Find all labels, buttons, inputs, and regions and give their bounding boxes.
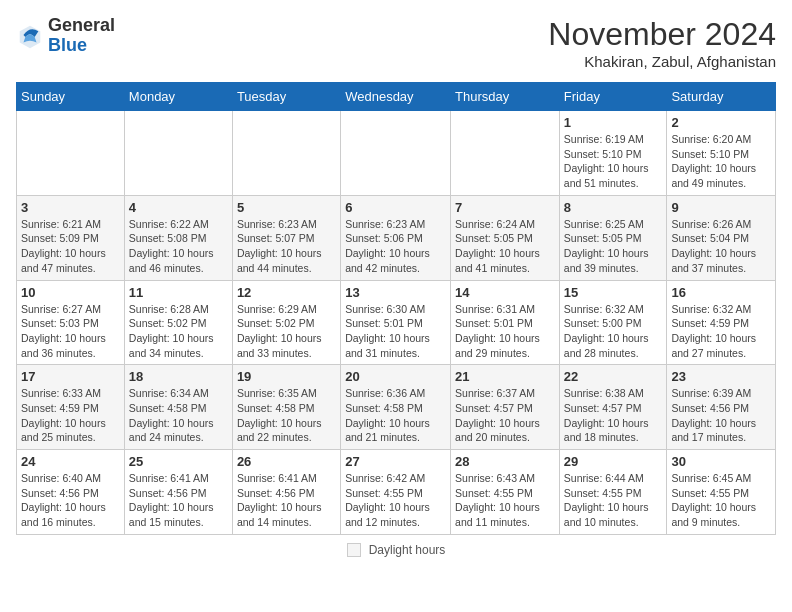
calendar-cell: 19Sunrise: 6:35 AM Sunset: 4:58 PM Dayli… — [232, 365, 340, 450]
day-info: Sunrise: 6:30 AM Sunset: 5:01 PM Dayligh… — [345, 302, 446, 361]
day-number: 14 — [455, 285, 555, 300]
day-number: 7 — [455, 200, 555, 215]
day-info: Sunrise: 6:20 AM Sunset: 5:10 PM Dayligh… — [671, 132, 771, 191]
calendar-cell: 5Sunrise: 6:23 AM Sunset: 5:07 PM Daylig… — [232, 195, 340, 280]
calendar-cell: 15Sunrise: 6:32 AM Sunset: 5:00 PM Dayli… — [559, 280, 667, 365]
col-header-thursday: Thursday — [451, 83, 560, 111]
calendar-cell: 4Sunrise: 6:22 AM Sunset: 5:08 PM Daylig… — [124, 195, 232, 280]
day-info: Sunrise: 6:39 AM Sunset: 4:56 PM Dayligh… — [671, 386, 771, 445]
day-number: 23 — [671, 369, 771, 384]
day-number: 4 — [129, 200, 228, 215]
day-number: 25 — [129, 454, 228, 469]
logo: General Blue — [16, 16, 115, 56]
day-number: 3 — [21, 200, 120, 215]
calendar-header: SundayMondayTuesdayWednesdayThursdayFrid… — [17, 83, 776, 111]
calendar-cell — [17, 111, 125, 196]
calendar-cell: 9Sunrise: 6:26 AM Sunset: 5:04 PM Daylig… — [667, 195, 776, 280]
calendar-cell: 21Sunrise: 6:37 AM Sunset: 4:57 PM Dayli… — [451, 365, 560, 450]
logo-blue: Blue — [48, 35, 87, 55]
col-header-tuesday: Tuesday — [232, 83, 340, 111]
calendar-cell: 14Sunrise: 6:31 AM Sunset: 5:01 PM Dayli… — [451, 280, 560, 365]
day-info: Sunrise: 6:29 AM Sunset: 5:02 PM Dayligh… — [237, 302, 336, 361]
calendar-week-2: 3Sunrise: 6:21 AM Sunset: 5:09 PM Daylig… — [17, 195, 776, 280]
day-number: 22 — [564, 369, 663, 384]
calendar-cell: 26Sunrise: 6:41 AM Sunset: 4:56 PM Dayli… — [232, 450, 340, 535]
calendar-cell: 20Sunrise: 6:36 AM Sunset: 4:58 PM Dayli… — [341, 365, 451, 450]
calendar-week-4: 17Sunrise: 6:33 AM Sunset: 4:59 PM Dayli… — [17, 365, 776, 450]
calendar-cell: 1Sunrise: 6:19 AM Sunset: 5:10 PM Daylig… — [559, 111, 667, 196]
calendar-cell: 30Sunrise: 6:45 AM Sunset: 4:55 PM Dayli… — [667, 450, 776, 535]
day-number: 11 — [129, 285, 228, 300]
day-number: 15 — [564, 285, 663, 300]
calendar-cell: 22Sunrise: 6:38 AM Sunset: 4:57 PM Dayli… — [559, 365, 667, 450]
day-info: Sunrise: 6:23 AM Sunset: 5:06 PM Dayligh… — [345, 217, 446, 276]
calendar-cell — [451, 111, 560, 196]
day-info: Sunrise: 6:41 AM Sunset: 4:56 PM Dayligh… — [237, 471, 336, 530]
calendar-table: SundayMondayTuesdayWednesdayThursdayFrid… — [16, 82, 776, 535]
day-number: 19 — [237, 369, 336, 384]
logo-general: General — [48, 15, 115, 35]
day-number: 13 — [345, 285, 446, 300]
day-info: Sunrise: 6:25 AM Sunset: 5:05 PM Dayligh… — [564, 217, 663, 276]
calendar-cell: 16Sunrise: 6:32 AM Sunset: 4:59 PM Dayli… — [667, 280, 776, 365]
day-info: Sunrise: 6:24 AM Sunset: 5:05 PM Dayligh… — [455, 217, 555, 276]
calendar-cell: 28Sunrise: 6:43 AM Sunset: 4:55 PM Dayli… — [451, 450, 560, 535]
day-info: Sunrise: 6:38 AM Sunset: 4:57 PM Dayligh… — [564, 386, 663, 445]
day-info: Sunrise: 6:44 AM Sunset: 4:55 PM Dayligh… — [564, 471, 663, 530]
day-info: Sunrise: 6:22 AM Sunset: 5:08 PM Dayligh… — [129, 217, 228, 276]
day-number: 30 — [671, 454, 771, 469]
col-header-sunday: Sunday — [17, 83, 125, 111]
calendar-cell: 8Sunrise: 6:25 AM Sunset: 5:05 PM Daylig… — [559, 195, 667, 280]
day-number: 12 — [237, 285, 336, 300]
day-info: Sunrise: 6:33 AM Sunset: 4:59 PM Dayligh… — [21, 386, 120, 445]
location: Khakiran, Zabul, Afghanistan — [548, 53, 776, 70]
day-info: Sunrise: 6:34 AM Sunset: 4:58 PM Dayligh… — [129, 386, 228, 445]
day-number: 1 — [564, 115, 663, 130]
day-info: Sunrise: 6:37 AM Sunset: 4:57 PM Dayligh… — [455, 386, 555, 445]
day-info: Sunrise: 6:45 AM Sunset: 4:55 PM Dayligh… — [671, 471, 771, 530]
logo-icon — [16, 22, 44, 50]
calendar-cell: 10Sunrise: 6:27 AM Sunset: 5:03 PM Dayli… — [17, 280, 125, 365]
daylight-box-icon — [347, 543, 361, 557]
day-number: 26 — [237, 454, 336, 469]
day-number: 16 — [671, 285, 771, 300]
day-number: 18 — [129, 369, 228, 384]
col-header-friday: Friday — [559, 83, 667, 111]
calendar-cell: 27Sunrise: 6:42 AM Sunset: 4:55 PM Dayli… — [341, 450, 451, 535]
calendar-cell — [341, 111, 451, 196]
day-number: 24 — [21, 454, 120, 469]
day-info: Sunrise: 6:36 AM Sunset: 4:58 PM Dayligh… — [345, 386, 446, 445]
calendar-cell: 12Sunrise: 6:29 AM Sunset: 5:02 PM Dayli… — [232, 280, 340, 365]
day-info: Sunrise: 6:28 AM Sunset: 5:02 PM Dayligh… — [129, 302, 228, 361]
day-info: Sunrise: 6:27 AM Sunset: 5:03 PM Dayligh… — [21, 302, 120, 361]
day-number: 27 — [345, 454, 446, 469]
day-info: Sunrise: 6:23 AM Sunset: 5:07 PM Dayligh… — [237, 217, 336, 276]
calendar-cell: 29Sunrise: 6:44 AM Sunset: 4:55 PM Dayli… — [559, 450, 667, 535]
day-info: Sunrise: 6:32 AM Sunset: 4:59 PM Dayligh… — [671, 302, 771, 361]
calendar-cell: 3Sunrise: 6:21 AM Sunset: 5:09 PM Daylig… — [17, 195, 125, 280]
calendar-cell: 7Sunrise: 6:24 AM Sunset: 5:05 PM Daylig… — [451, 195, 560, 280]
day-info: Sunrise: 6:40 AM Sunset: 4:56 PM Dayligh… — [21, 471, 120, 530]
calendar-cell — [232, 111, 340, 196]
day-number: 20 — [345, 369, 446, 384]
day-info: Sunrise: 6:42 AM Sunset: 4:55 PM Dayligh… — [345, 471, 446, 530]
calendar-cell: 17Sunrise: 6:33 AM Sunset: 4:59 PM Dayli… — [17, 365, 125, 450]
day-number: 8 — [564, 200, 663, 215]
day-info: Sunrise: 6:26 AM Sunset: 5:04 PM Dayligh… — [671, 217, 771, 276]
day-info: Sunrise: 6:43 AM Sunset: 4:55 PM Dayligh… — [455, 471, 555, 530]
calendar-cell: 13Sunrise: 6:30 AM Sunset: 5:01 PM Dayli… — [341, 280, 451, 365]
day-number: 2 — [671, 115, 771, 130]
calendar-cell: 24Sunrise: 6:40 AM Sunset: 4:56 PM Dayli… — [17, 450, 125, 535]
calendar-cell: 18Sunrise: 6:34 AM Sunset: 4:58 PM Dayli… — [124, 365, 232, 450]
calendar-week-3: 10Sunrise: 6:27 AM Sunset: 5:03 PM Dayli… — [17, 280, 776, 365]
col-header-saturday: Saturday — [667, 83, 776, 111]
calendar-cell — [124, 111, 232, 196]
day-info: Sunrise: 6:19 AM Sunset: 5:10 PM Dayligh… — [564, 132, 663, 191]
day-info: Sunrise: 6:31 AM Sunset: 5:01 PM Dayligh… — [455, 302, 555, 361]
day-number: 28 — [455, 454, 555, 469]
header: General Blue November 2024 Khakiran, Zab… — [16, 16, 776, 70]
month-title: November 2024 — [548, 16, 776, 53]
calendar-cell: 11Sunrise: 6:28 AM Sunset: 5:02 PM Dayli… — [124, 280, 232, 365]
calendar-week-1: 1Sunrise: 6:19 AM Sunset: 5:10 PM Daylig… — [17, 111, 776, 196]
col-header-monday: Monday — [124, 83, 232, 111]
